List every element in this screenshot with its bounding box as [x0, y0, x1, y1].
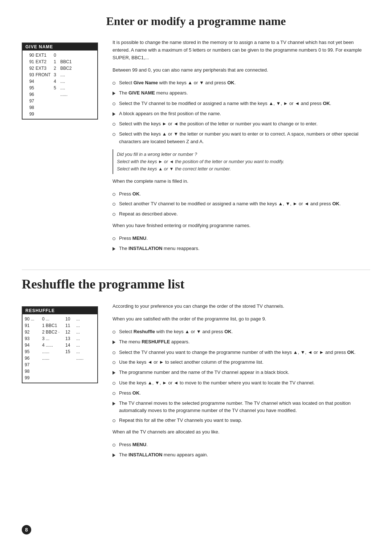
instruction-text: Select Give Name with the keys ▲ or ▼ an… [119, 79, 236, 87]
circle-bullet-icon [113, 382, 115, 385]
when-complete-text: When the complete name is filled in. [113, 178, 370, 185]
menu-row-num: 96 [25, 91, 34, 98]
menu-row-label [36, 91, 52, 98]
reshuffle-row-right-num: 10 [65, 316, 74, 322]
circle-bullet-icon [113, 213, 115, 216]
instruction-item: A block appears on the first position of… [113, 110, 370, 118]
circle-bullet-icon [113, 193, 115, 196]
instruction-text: Press MENU. [119, 235, 148, 242]
reshuffle-menu-row: 922 BBC2 ·12... [25, 329, 95, 335]
reshuffle-intro-2: When you are satisfied with the order of… [113, 315, 370, 323]
menu-row-num: 91 [25, 58, 34, 65]
reshuffle-row-left-val: 1 BBC1 [42, 322, 63, 329]
tri-bullet-icon [113, 340, 115, 344]
reshuffle-menu-row: 97 [25, 362, 95, 368]
instruction-item: The INSTALLATION menu reappears. [113, 245, 370, 253]
menu-row-idx: 0 [54, 52, 59, 58]
instruction-text: Select the TV channel you want to change… [119, 349, 356, 356]
instruction-text: Select the TV channel to be modified or … [119, 100, 331, 108]
menu-row-idx: 2 [54, 65, 59, 72]
menu-row-num: 90 [25, 52, 34, 58]
reshuffle-row-left-num: 97 [25, 362, 40, 368]
give-name-menu-panel: GIVE NAME 90EXT1091EXT21BBC192EXT32BBC29… [22, 43, 102, 255]
instruction-text: Press OK. [119, 389, 141, 397]
menu-row-label: EXT2 [36, 58, 52, 65]
menu-row-num: 97 [25, 98, 34, 104]
reshuffle-row-right-val [76, 362, 95, 368]
menu-row-idx [54, 111, 59, 117]
menu-row-name [60, 111, 95, 117]
circle-bullet-icon [113, 102, 115, 105]
menu-row-name: .... [60, 78, 95, 85]
circle-bullet-icon [113, 392, 115, 395]
instruction-item: Repeat this for all the other TV channel… [113, 417, 370, 425]
circle-bullet-icon [113, 444, 115, 447]
menu-row-name: BBC2 [60, 65, 95, 72]
reshuffle-menu-row: 96............ [25, 355, 95, 362]
instruction-item: The GIVE NAME menu appears. [113, 89, 370, 98]
give-name-menu-row: 98 [25, 104, 95, 111]
reshuffle-menu-panel: RESHUFFLE 90 ...0 ...10...911 BBC111...9… [22, 306, 102, 461]
reshuffle-row-right-num [65, 375, 74, 381]
instruction-text: Select with the keys ▲ or ▼ the letter o… [119, 130, 370, 146]
reshuffle-row-right-num: 13 [65, 335, 74, 342]
circle-bullet-icon [113, 237, 115, 240]
reshuffle-menu-row: 911 BBC111... [25, 322, 95, 329]
menu-row-name: BBC1 [60, 58, 95, 65]
instruction-item: The INSTALLATION menu appears again. [113, 451, 370, 460]
reshuffle-row-left-num: 96 [25, 355, 40, 362]
menu-row-name: ...... [60, 91, 95, 98]
note-title: Did you fill in a wrong letter or number… [117, 151, 367, 158]
menu-row-num: 95 [25, 85, 34, 91]
reshuffle-row-right-num [65, 368, 74, 375]
instruction-item: Select the TV channel you want to change… [113, 349, 370, 357]
menu-row-name [60, 98, 95, 104]
instruction-item: Select Reshuffle with the keys ▲ or ▼ an… [113, 328, 370, 336]
reshuffle-instr-list-2: Press MENU.The INSTALLATION menu appears… [113, 441, 370, 460]
reshuffle-row-right-val: ... [76, 335, 95, 342]
reshuffle-menu-row: 944 ......14... [25, 342, 95, 348]
menu-row-label: FRONT [36, 72, 52, 78]
give-name-menu-row: 944.... [25, 78, 95, 85]
menu-row-idx [54, 104, 59, 111]
reshuffle-row-left-num: 91 [25, 322, 40, 329]
tri-bullet-icon [113, 402, 115, 405]
instruction-text: The TV channel moves to the selected pro… [119, 400, 370, 415]
note-line: Select with the keys ▲ or ▼ the correct … [117, 165, 367, 173]
circle-bullet-icon [113, 351, 115, 354]
reshuffle-menu-row: 95......15... [25, 348, 95, 355]
menu-row-idx: 4 [54, 78, 59, 85]
reshuffle-row-right-num: 12 [65, 329, 74, 335]
reshuffle-row-left-val: 0 ... [42, 316, 63, 322]
circle-bullet-icon [113, 123, 115, 126]
reshuffle-row-right-val: ... [76, 348, 95, 355]
instruction-text: Press MENU. [119, 441, 148, 449]
intro-para-2: Between 99 and 0, you can also name any … [113, 66, 370, 74]
reshuffle-row-right-num [65, 355, 74, 362]
circle-bullet-icon [113, 331, 115, 334]
menu-row-label [36, 98, 52, 104]
note-box: Did you fill in a wrong letter or number… [113, 149, 370, 174]
instruction-item: Press MENU. [113, 235, 370, 243]
section-divider [22, 270, 370, 270]
give-name-instr-list-3: Press MENU.The INSTALLATION menu reappea… [113, 235, 370, 253]
instruction-item: Select Give Name with the keys ▲ or ▼ an… [113, 79, 370, 87]
reshuffle-when-all: When all the TV channels are allocated a… [113, 428, 370, 436]
reshuffle-row-right-num: 11 [65, 322, 74, 329]
menu-row-name: .... [60, 72, 95, 78]
reshuffle-row-left-val: 3 ... [42, 335, 63, 342]
reshuffle-row-left-num: 92 [25, 329, 40, 335]
give-name-menu-box: GIVE NAME 90EXT1091EXT21BBC192EXT32BBC29… [22, 43, 98, 120]
circle-bullet-icon [113, 133, 115, 136]
reshuffle-row-left-val: 4 ...... [42, 342, 63, 348]
instruction-item: The TV channel moves to the selected pro… [113, 400, 370, 415]
menu-row-name: .... [60, 85, 95, 91]
reshuffle-row-right-num: 15 [65, 348, 74, 355]
circle-bullet-icon [113, 361, 115, 364]
give-name-instructions: It is possible to change the name stored… [113, 39, 370, 255]
reshuffle-row-right-val [76, 368, 95, 375]
instruction-text: Select with the keys ► or ◄ the position… [119, 120, 318, 128]
give-name-instr-list-2: Press OK.Select another TV channel to be… [113, 190, 370, 218]
menu-row-idx [54, 98, 59, 104]
reshuffle-row-left-num: 93 [25, 335, 40, 342]
